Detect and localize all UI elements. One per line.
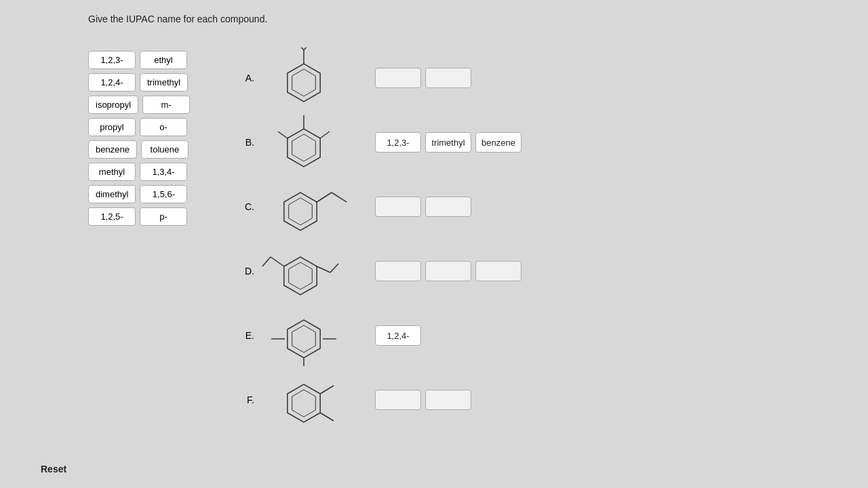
compound-row-B: B. 1,2,3-trimethylbenzene [237,112,521,173]
word-btn-wb-134[interactable]: 1,3,4- [140,163,187,181]
word-btn-wb-124[interactable]: 1,2,4- [88,73,136,92]
compound-label-1: B. [237,137,254,148]
answer-boxes-5 [375,390,471,410]
compound-structure-1 [260,112,368,173]
compound-structure-4 [260,305,368,366]
svg-line-6 [317,192,332,202]
compound-structure-2 [260,176,368,237]
svg-line-11 [330,264,338,272]
word-bank-row-7: 1,2,5-p- [88,207,190,226]
compound-structure-0 [260,47,368,108]
word-bank-row-1: 1,2,4-trimethyl [88,73,190,92]
word-btn-wb-m[interactable]: m- [142,96,190,114]
answer-box-5-0[interactable] [375,390,421,410]
reset-button[interactable]: Reset [41,464,66,474]
answer-box-1-1[interactable]: trimethyl [425,132,471,152]
word-btn-wb-ethyl[interactable]: ethyl [140,51,187,69]
word-btn-wb-trimethyl[interactable]: trimethyl [140,73,188,92]
compound-row-C: C. [237,176,521,237]
answer-box-2-1[interactable] [425,197,471,217]
svg-line-4 [278,131,288,138]
answer-boxes-1: 1,2,3-trimethylbenzene [375,132,521,152]
word-btn-wb-propyl[interactable]: propyl [88,118,136,136]
compound-row-A: A. [237,47,521,108]
word-bank-row-3: propylo- [88,118,190,136]
word-bank-row-2: isopropylm- [88,96,190,114]
answer-boxes-3 [375,261,521,281]
word-btn-wb-isopropyl[interactable]: isopropyl [88,96,138,114]
answer-boxes-2 [375,197,471,217]
compound-row-E: E. 1,2,4- [237,305,521,366]
svg-line-9 [262,257,271,266]
compound-structure-5 [260,369,368,430]
compound-structure-3 [260,241,368,302]
word-btn-wb-156[interactable]: 1,5,6- [140,185,187,203]
word-bank: 1,2,3-ethyl1,2,4-trimethylisopropylm-pro… [88,51,190,226]
svg-line-1 [296,47,304,50]
word-btn-wb-toluene[interactable]: toluene [141,140,189,159]
compound-row-D: D. [237,241,521,302]
word-bank-row-6: dimethyl1,5,6- [88,185,190,203]
answer-box-5-1[interactable] [425,390,471,410]
answer-box-2-0[interactable] [375,197,421,217]
answer-box-0-1[interactable] [425,68,471,88]
answer-box-3-0[interactable] [375,261,421,281]
svg-line-16 [320,413,334,421]
answer-box-1-2[interactable]: benzene [475,132,521,152]
instruction: Give the IUPAC name for each compound. [88,14,834,24]
svg-line-2 [304,47,312,50]
compound-row-F: F. [237,369,521,430]
word-btn-wb-125[interactable]: 1,2,5- [88,207,136,226]
word-btn-wb-p[interactable]: p- [140,207,187,226]
word-bank-row-0: 1,2,3-ethyl [88,51,190,69]
compounds-area: A. B. 1,2,3-trimethylbenzeneC. [237,47,521,434]
answer-box-1-0[interactable]: 1,2,3- [375,132,421,152]
word-btn-wb-dimethyl[interactable]: dimethyl [88,185,136,203]
compound-label-2: C. [237,201,254,212]
answer-boxes-4: 1,2,4- [375,325,421,346]
svg-line-15 [320,386,334,394]
svg-line-10 [317,266,330,272]
answer-box-0-0[interactable] [375,68,421,88]
word-bank-row-5: methyl1,3,4- [88,163,190,181]
answer-box-4-0[interactable]: 1,2,4- [375,325,421,346]
word-btn-wb-123[interactable]: 1,2,3- [88,51,136,69]
svg-line-8 [271,257,284,266]
word-btn-wb-o[interactable]: o- [140,118,187,136]
compound-label-4: E. [237,330,254,341]
answer-boxes-0 [375,68,471,88]
answer-box-3-1[interactable] [425,261,471,281]
word-bank-row-4: benzenetoluene [88,140,190,159]
compound-label-0: A. [237,73,254,83]
svg-line-7 [332,192,347,202]
answer-box-3-2[interactable] [475,261,521,281]
word-btn-wb-methyl[interactable]: methyl [88,163,136,181]
compound-label-5: F. [237,394,254,405]
word-btn-wb-benzene[interactable]: benzene [88,140,137,159]
svg-line-5 [320,131,330,138]
compound-label-3: D. [237,266,254,277]
